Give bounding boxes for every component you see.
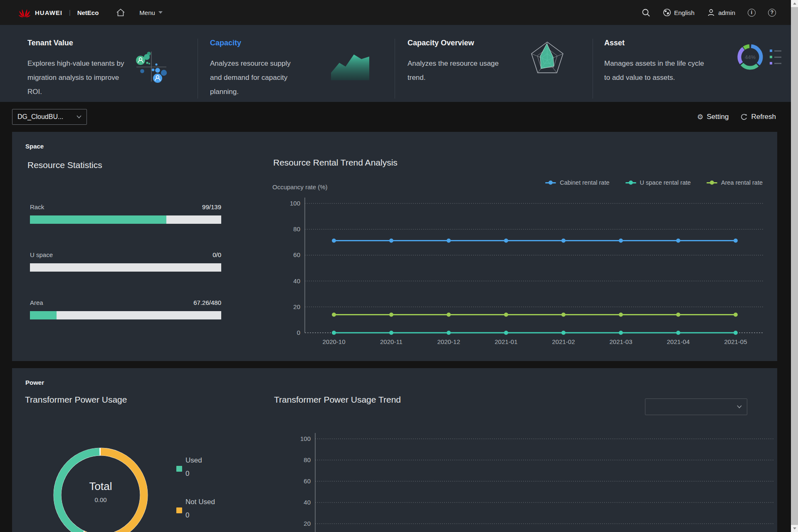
svg-text:60: 60 bbox=[293, 251, 300, 258]
svg-text:2020-11: 2020-11 bbox=[380, 338, 403, 345]
legend-label: Not Used bbox=[185, 498, 243, 506]
scrollbar-thumb[interactable] bbox=[791, 7, 798, 525]
stat-row-uspace: U space 0/0 bbox=[30, 251, 221, 272]
chevron-down-icon bbox=[77, 115, 82, 119]
user-icon bbox=[707, 8, 715, 17]
svg-text:2020-10: 2020-10 bbox=[322, 338, 345, 345]
svg-text:80: 80 bbox=[304, 456, 311, 463]
scrollbar-up-button[interactable] bbox=[791, 0, 798, 7]
svg-text:20: 20 bbox=[293, 303, 300, 310]
svg-text:2021-02: 2021-02 bbox=[552, 338, 575, 345]
globe-icon bbox=[663, 8, 671, 17]
area-chart-icon bbox=[330, 47, 370, 83]
info-icon[interactable]: i bbox=[748, 9, 756, 17]
power-panel: Power Transformer Power Usage Total 0.00… bbox=[12, 368, 777, 532]
stat-value: 99/139 bbox=[202, 203, 221, 210]
asset-icon-mini-legend bbox=[770, 49, 781, 64]
menu-label: Menu bbox=[139, 9, 155, 16]
scrollbar-down-button[interactable] bbox=[791, 525, 798, 532]
legend-label: Cabinet rental rate bbox=[560, 179, 609, 186]
language-switcher[interactable]: English bbox=[663, 8, 694, 17]
legend-swatch bbox=[176, 466, 182, 472]
card-description: Analyzes the resource usage trend. bbox=[408, 57, 507, 85]
rental-trend-title: Resource Rental Trend Analysis bbox=[273, 158, 398, 168]
svg-text:2021-04: 2021-04 bbox=[667, 338, 689, 345]
help-icon[interactable]: ? bbox=[768, 9, 776, 17]
search-icon[interactable] bbox=[642, 8, 650, 17]
rental-trend-chart: 0204060801002020-102020-112020-122021-01… bbox=[273, 195, 766, 349]
card-title: Tenant Value bbox=[27, 39, 198, 47]
donut-legend-not-used: Not Used 0 bbox=[176, 498, 243, 528]
brand-area: HUAWEI | NetEco bbox=[18, 7, 99, 18]
stat-value: 67.26/480 bbox=[193, 299, 221, 306]
legend-value: 0 bbox=[185, 511, 243, 520]
legend-item[interactable]: Cabinet rental rate bbox=[545, 179, 609, 186]
asset-icon-percent: 44% bbox=[736, 42, 765, 72]
power-section-label: Power bbox=[25, 379, 44, 386]
refresh-button[interactable]: Refresh bbox=[740, 113, 776, 121]
stat-label: U space bbox=[30, 251, 53, 258]
usage-trend-title: Transformer Power Usage Trend bbox=[274, 395, 401, 405]
resource-statistics-rows: Rack 99/139 U space 0/0 Area 67.26/480 bbox=[30, 203, 221, 347]
gear-icon: ⚙ bbox=[697, 114, 703, 121]
bubble-scatter-icon bbox=[133, 48, 171, 87]
svg-text:100: 100 bbox=[300, 435, 311, 442]
donut-ring-icon: 44% bbox=[736, 42, 781, 72]
card-description: Explores high-value tenants by migration… bbox=[27, 57, 126, 99]
stat-label: Rack bbox=[30, 203, 44, 210]
card-tenant-value[interactable]: Tenant Value Explores high-value tenants… bbox=[0, 25, 198, 102]
svg-text:60: 60 bbox=[304, 478, 311, 485]
menu-button[interactable]: Menu bbox=[139, 9, 163, 16]
rental-trend-legend: Cabinet rental rateU space rental rateAr… bbox=[545, 179, 763, 186]
page-scrollbar bbox=[791, 0, 798, 532]
space-section-label: Space bbox=[25, 143, 44, 150]
svg-text:40: 40 bbox=[304, 499, 311, 506]
legend-item[interactable]: Area rental rate bbox=[707, 179, 763, 186]
stat-row-rack: Rack 99/139 bbox=[30, 203, 221, 224]
product-name: NetEco bbox=[77, 9, 99, 16]
legend-label: U space rental rate bbox=[640, 179, 691, 186]
card-capacity[interactable]: Capacity Analyzes resource supply and de… bbox=[198, 25, 395, 102]
nav-right-group: English admin i ? bbox=[642, 8, 776, 17]
svg-text:20: 20 bbox=[304, 520, 311, 527]
brand-text: HUAWEI bbox=[35, 9, 62, 16]
home-icon[interactable] bbox=[116, 8, 125, 17]
stat-label: Area bbox=[30, 299, 43, 306]
huawei-logo-icon bbox=[18, 7, 31, 18]
svg-text:100: 100 bbox=[290, 200, 300, 207]
legend-item[interactable]: U space rental rate bbox=[625, 179, 691, 186]
radar-pentagon-icon bbox=[528, 39, 566, 79]
username-label: admin bbox=[718, 9, 735, 16]
stat-value: 0/0 bbox=[212, 251, 221, 258]
donut-center-labels: Total 0.00 bbox=[51, 442, 151, 532]
scope-selector-value: DG_CloudBU... bbox=[17, 113, 63, 121]
chevron-down-icon bbox=[737, 405, 742, 408]
svg-text:0: 0 bbox=[297, 329, 300, 336]
card-capacity-overview[interactable]: Capacity Overview Analyzes the resource … bbox=[395, 25, 593, 102]
donut-total-label: Total bbox=[89, 480, 112, 493]
donut-total-value: 0.00 bbox=[94, 496, 106, 503]
legend-swatch bbox=[176, 507, 182, 513]
legend-marker-icon bbox=[545, 182, 556, 183]
card-title: Capacity bbox=[210, 39, 395, 47]
svg-text:2021-03: 2021-03 bbox=[609, 338, 632, 345]
svg-text:2021-05: 2021-05 bbox=[724, 338, 747, 345]
top-nav-bar: HUAWEI | NetEco Menu English bbox=[0, 0, 798, 25]
brand-divider: | bbox=[69, 9, 71, 16]
space-panel: Space Resource Statistics Rack 99/139 U … bbox=[12, 132, 777, 361]
svg-text:40: 40 bbox=[293, 277, 300, 285]
rental-trend-ylabel: Occupancy rate (%) bbox=[272, 183, 328, 191]
user-menu[interactable]: admin bbox=[707, 8, 735, 17]
card-description: Manages assets in the life cycle to add … bbox=[604, 57, 704, 85]
legend-marker-icon bbox=[625, 182, 636, 183]
stat-progress-bar bbox=[30, 215, 221, 224]
card-asset[interactable]: Asset Manages assets in the life cycle t… bbox=[593, 25, 798, 102]
card-description: Analyzes resource supply and demand for … bbox=[210, 57, 298, 99]
legend-marker-icon bbox=[707, 182, 717, 183]
feature-cards-band: Tenant Value Explores high-value tenants… bbox=[0, 25, 798, 102]
legend-label: Used bbox=[185, 456, 243, 465]
usage-trend-chart: 20406080100 bbox=[278, 426, 776, 532]
scope-selector-dropdown[interactable]: DG_CloudBU... bbox=[12, 109, 87, 125]
setting-button[interactable]: ⚙ Setting bbox=[697, 113, 729, 121]
usage-trend-selector[interactable] bbox=[645, 398, 747, 415]
